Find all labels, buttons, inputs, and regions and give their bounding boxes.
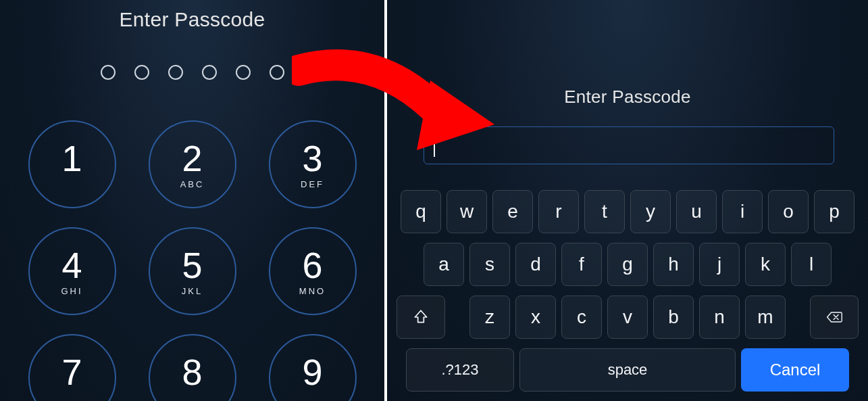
- key-u[interactable]: u: [676, 190, 717, 233]
- key-x[interactable]: x: [515, 296, 556, 339]
- key-v[interactable]: v: [607, 296, 648, 339]
- key-f[interactable]: f: [561, 243, 602, 286]
- key-numeric-switch[interactable]: .?123: [406, 348, 514, 392]
- keypad-7[interactable]: 7: [28, 334, 116, 401]
- key-shift[interactable]: [397, 296, 445, 339]
- key-h[interactable]: h: [653, 243, 694, 286]
- key-t[interactable]: t: [584, 190, 625, 233]
- keypad-1[interactable]: 1: [28, 120, 116, 208]
- passcode-dot: [270, 65, 284, 80]
- key-j[interactable]: j: [699, 243, 740, 286]
- key-p[interactable]: p: [814, 190, 854, 233]
- key-m[interactable]: m: [745, 296, 786, 339]
- text-caret-icon: [434, 134, 435, 157]
- passcode-title: Enter Passcode: [387, 0, 868, 108]
- keypad-3[interactable]: 3 DEF: [269, 120, 357, 208]
- alphanumeric-passcode-screen: Enter Passcode q w e r t y u i o p a s d…: [387, 0, 868, 401]
- keypad-2[interactable]: 2 ABC: [149, 120, 236, 208]
- key-o[interactable]: o: [768, 190, 809, 233]
- key-space[interactable]: space: [519, 348, 736, 392]
- key-c[interactable]: c: [561, 296, 602, 339]
- keypad-5[interactable]: 5 JKL: [149, 227, 236, 315]
- key-s[interactable]: s: [469, 243, 510, 286]
- passcode-dots: [0, 65, 384, 80]
- passcode-input[interactable]: [424, 126, 834, 164]
- passcode-dot: [236, 65, 251, 80]
- passcode-dot: [202, 65, 217, 80]
- passcode-title: Enter Passcode: [0, 0, 384, 31]
- keypad-6[interactable]: 6 MNO: [269, 227, 357, 315]
- backspace-icon: [825, 308, 843, 326]
- passcode-dot: [168, 65, 183, 80]
- key-e[interactable]: e: [492, 190, 533, 233]
- number-pad: 1 2 ABC 3 DEF 4 GHI 5 JKL 6 MNO: [0, 120, 384, 401]
- key-r[interactable]: r: [538, 190, 579, 233]
- keypad-8[interactable]: 8: [149, 334, 236, 401]
- key-a[interactable]: a: [424, 243, 464, 286]
- key-backspace[interactable]: [810, 296, 859, 339]
- key-n[interactable]: n: [699, 296, 740, 339]
- key-g[interactable]: g: [607, 243, 648, 286]
- key-q[interactable]: q: [401, 190, 441, 233]
- passcode-dot: [134, 65, 149, 80]
- passcode-dot: [101, 65, 116, 80]
- key-z[interactable]: z: [469, 296, 510, 339]
- numeric-passcode-screen: Enter Passcode 1 2 ABC 3 DEF 4: [0, 0, 387, 401]
- key-w[interactable]: w: [446, 190, 487, 233]
- key-l[interactable]: l: [791, 243, 832, 286]
- key-d[interactable]: d: [515, 243, 556, 286]
- keypad-4[interactable]: 4 GHI: [28, 227, 116, 315]
- cancel-button[interactable]: Cancel: [741, 348, 849, 392]
- key-k[interactable]: k: [745, 243, 786, 286]
- key-y[interactable]: y: [630, 190, 671, 233]
- key-b[interactable]: b: [653, 296, 694, 339]
- keypad-9[interactable]: 9: [269, 334, 357, 401]
- onscreen-keyboard: q w e r t y u i o p a s d f g h j k l: [387, 190, 868, 401]
- key-i[interactable]: i: [722, 190, 763, 233]
- shift-icon: [412, 308, 430, 326]
